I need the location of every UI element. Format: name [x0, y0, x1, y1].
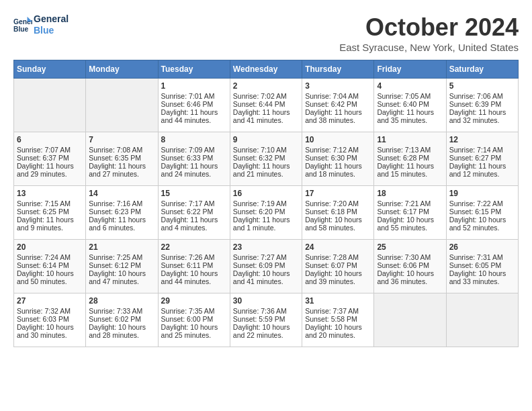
day-number: 30: [233, 296, 299, 306]
day-info: Sunset: 6:27 PM: [449, 154, 515, 162]
day-info: Sunrise: 7:16 AM: [89, 199, 154, 208]
day-info: Sunset: 6:32 PM: [233, 154, 299, 162]
logo: General Blue General Blue: [13, 13, 69, 36]
calendar-cell: 14Sunrise: 7:16 AMSunset: 6:23 PMDayligh…: [86, 186, 158, 240]
day-info: Sunrise: 7:13 AM: [377, 146, 443, 154]
day-info: Sunrise: 7:25 AM: [89, 253, 154, 261]
day-info: Sunrise: 7:37 AM: [305, 307, 371, 315]
day-info: Daylight: 10 hours and 33 minutes.: [449, 269, 515, 285]
day-info: Sunset: 6:18 PM: [305, 208, 371, 216]
day-info: Sunset: 6:37 PM: [17, 154, 83, 162]
calendar-cell: 6Sunrise: 7:07 AMSunset: 6:37 PMDaylight…: [14, 132, 86, 186]
day-info: Sunrise: 7:14 AM: [449, 146, 515, 154]
day-info: Sunset: 6:14 PM: [17, 261, 83, 269]
day-number: 26: [449, 242, 515, 252]
day-info: Daylight: 11 hours and 9 minutes.: [17, 216, 83, 232]
day-info: Daylight: 11 hours and 41 minutes.: [233, 108, 299, 124]
day-info: Daylight: 11 hours and 6 minutes.: [89, 216, 154, 232]
day-info: Sunset: 6:33 PM: [161, 154, 227, 162]
day-number: 18: [377, 189, 443, 198]
logo-line2: Blue: [34, 25, 69, 36]
day-info: Daylight: 10 hours and 39 minutes.: [305, 269, 371, 285]
day-info: Daylight: 11 hours and 44 minutes.: [161, 108, 227, 124]
day-number: 17: [305, 189, 371, 198]
day-number: 5: [449, 81, 515, 91]
calendar-cell: 28Sunrise: 7:33 AMSunset: 6:02 PMDayligh…: [86, 293, 158, 347]
day-info: Sunset: 6:11 PM: [161, 261, 227, 269]
calendar-cell: 21Sunrise: 7:25 AMSunset: 6:12 PMDayligh…: [86, 240, 158, 293]
day-info: Sunrise: 7:02 AM: [233, 92, 299, 100]
day-info: Sunset: 6:46 PM: [161, 100, 227, 108]
calendar-cell: 4Sunrise: 7:05 AMSunset: 6:40 PMDaylight…: [374, 79, 446, 132]
day-info: Daylight: 10 hours and 25 minutes.: [161, 323, 227, 339]
day-info: Daylight: 11 hours and 18 minutes.: [305, 162, 371, 178]
calendar-cell: 26Sunrise: 7:31 AMSunset: 6:05 PMDayligh…: [446, 240, 518, 293]
calendar-cell: 16Sunrise: 7:19 AMSunset: 6:20 PMDayligh…: [230, 186, 302, 240]
calendar-cell: 11Sunrise: 7:13 AMSunset: 6:28 PMDayligh…: [374, 132, 446, 186]
day-info: Sunset: 6:20 PM: [233, 208, 299, 216]
day-number: 11: [377, 135, 443, 144]
day-info: Sunset: 6:35 PM: [89, 154, 154, 162]
day-number: 10: [305, 135, 371, 144]
day-info: Sunrise: 7:32 AM: [17, 307, 83, 315]
calendar-week-row: 6Sunrise: 7:07 AMSunset: 6:37 PMDaylight…: [14, 132, 519, 186]
day-info: Sunrise: 7:27 AM: [233, 253, 299, 261]
day-number: 27: [17, 296, 83, 306]
calendar-cell: 29Sunrise: 7:35 AMSunset: 6:00 PMDayligh…: [158, 293, 230, 347]
day-info: Daylight: 10 hours and 28 minutes.: [89, 323, 154, 339]
day-info: Daylight: 10 hours and 22 minutes.: [233, 323, 299, 339]
day-info: Daylight: 11 hours and 1 minute.: [233, 216, 299, 232]
day-info: Sunset: 6:12 PM: [89, 261, 154, 269]
day-number: 1: [161, 81, 227, 91]
day-info: Daylight: 11 hours and 29 minutes.: [17, 162, 83, 178]
calendar-cell: [374, 293, 446, 347]
day-header-friday: Friday: [374, 60, 446, 79]
day-info: Sunrise: 7:09 AM: [161, 146, 227, 154]
day-info: Sunset: 6:39 PM: [449, 100, 515, 108]
day-info: Daylight: 11 hours and 21 minutes.: [233, 162, 299, 178]
day-info: Daylight: 10 hours and 55 minutes.: [377, 216, 443, 232]
calendar-cell: [14, 79, 86, 132]
calendar-week-row: 1Sunrise: 7:01 AMSunset: 6:46 PMDaylight…: [14, 79, 519, 132]
location: East Syracuse, New York, United States: [339, 42, 519, 53]
calendar-week-row: 13Sunrise: 7:15 AMSunset: 6:25 PMDayligh…: [14, 186, 519, 240]
day-header-saturday: Saturday: [446, 60, 518, 79]
day-info: Sunrise: 7:01 AM: [161, 92, 227, 100]
day-info: Daylight: 10 hours and 58 minutes.: [305, 216, 371, 232]
day-info: Sunrise: 7:15 AM: [17, 199, 83, 208]
day-info: Sunset: 6:03 PM: [17, 315, 83, 323]
page-header: General Blue General Blue October 2024 E…: [13, 13, 519, 53]
calendar-header-row: SundayMondayTuesdayWednesdayThursdayFrid…: [14, 60, 519, 79]
day-info: Daylight: 10 hours and 52 minutes.: [449, 216, 515, 232]
svg-text:Blue: Blue: [13, 26, 29, 33]
day-info: Sunrise: 7:10 AM: [233, 146, 299, 154]
day-number: 19: [449, 189, 515, 198]
day-info: Daylight: 11 hours and 15 minutes.: [377, 162, 443, 178]
day-number: 13: [17, 189, 83, 198]
day-info: Sunset: 6:06 PM: [377, 261, 443, 269]
day-info: Sunrise: 7:08 AM: [89, 146, 154, 154]
calendar-cell: 22Sunrise: 7:26 AMSunset: 6:11 PMDayligh…: [158, 240, 230, 293]
day-info: Sunset: 6:40 PM: [377, 100, 443, 108]
day-number: 28: [89, 296, 154, 306]
calendar-cell: 1Sunrise: 7:01 AMSunset: 6:46 PMDaylight…: [158, 79, 230, 132]
day-info: Sunset: 6:44 PM: [233, 100, 299, 108]
calendar-cell: 18Sunrise: 7:21 AMSunset: 6:17 PMDayligh…: [374, 186, 446, 240]
day-info: Sunset: 6:22 PM: [161, 208, 227, 216]
day-info: Daylight: 10 hours and 30 minutes.: [17, 323, 83, 339]
day-number: 16: [233, 189, 299, 198]
month-title: October 2024: [339, 13, 519, 42]
day-info: Sunrise: 7:05 AM: [377, 92, 443, 100]
day-header-sunday: Sunday: [14, 60, 86, 79]
day-header-wednesday: Wednesday: [230, 60, 302, 79]
day-info: Sunrise: 7:33 AM: [89, 307, 154, 315]
day-info: Sunrise: 7:30 AM: [377, 253, 443, 261]
day-info: Daylight: 11 hours and 35 minutes.: [377, 108, 443, 124]
day-number: 14: [89, 189, 154, 198]
day-info: Sunset: 6:42 PM: [305, 100, 371, 108]
calendar-table: SundayMondayTuesdayWednesdayThursdayFrid…: [13, 60, 519, 347]
day-info: Daylight: 11 hours and 24 minutes.: [161, 162, 227, 178]
calendar-cell: [86, 79, 158, 132]
day-number: 12: [449, 135, 515, 144]
day-number: 29: [161, 296, 227, 306]
